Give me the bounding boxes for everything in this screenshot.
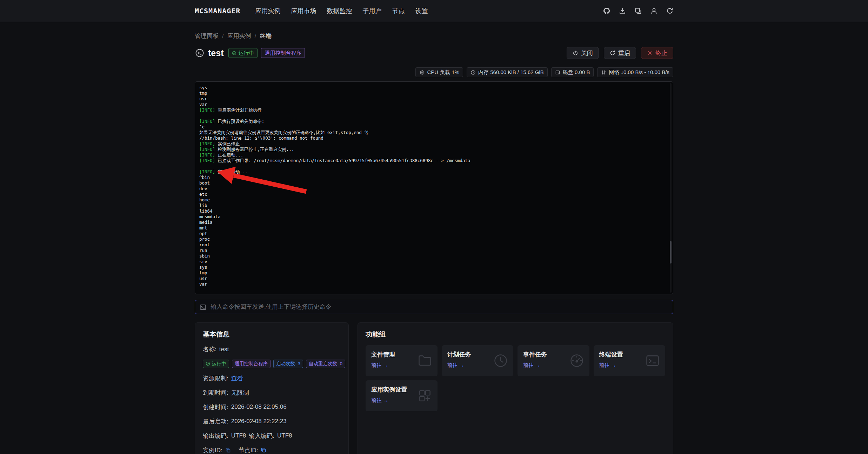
- terminal-line: 如果无法关闭实例请前往实例设置更改关闭实例的正确命令,比如 exit,stop,…: [199, 130, 669, 135]
- refresh-icon[interactable]: [666, 7, 673, 14]
- breadcrumb-item[interactable]: 管理面板: [195, 32, 219, 40]
- nav-item-settings[interactable]: 设置: [411, 4, 432, 18]
- terminal-line: var: [199, 281, 669, 287]
- tile-instance-settings[interactable]: 应用实例设置前往 →: [366, 380, 438, 411]
- terminal-line: etc: [199, 192, 669, 197]
- terminal-line: [199, 113, 669, 119]
- download-icon[interactable]: [619, 7, 626, 14]
- terminal-line: mnt: [199, 225, 669, 231]
- terminal-line: dev: [199, 186, 669, 192]
- terminal-line: tmp: [199, 91, 669, 96]
- view-limits-link[interactable]: 查看: [231, 374, 243, 382]
- nav-item-subusers[interactable]: 子用户: [358, 4, 386, 18]
- tile-go-link[interactable]: 前往 →: [371, 362, 388, 369]
- terminal-line: run: [199, 248, 669, 253]
- info-badge: 运行中: [203, 360, 229, 368]
- clock-icon: [493, 353, 508, 368]
- power-icon: [573, 50, 578, 56]
- terminal-line: lib: [199, 203, 669, 208]
- tile-go-link[interactable]: 前往 →: [599, 362, 616, 369]
- restart-button-label: 重启: [618, 49, 630, 57]
- functions-title: 功能组: [366, 330, 665, 339]
- gauge-icon: [569, 353, 585, 368]
- terminal-line: ^bin: [199, 175, 669, 180]
- command-input[interactable]: [210, 303, 668, 311]
- terminal-line: [INFO] 正在启动...: [199, 152, 669, 158]
- terminal-line: [INFO] 重启实例计划开始执行: [199, 107, 669, 113]
- stats-row: CPU 负载 1%内存 560.00 KiB / 15.62 GiB磁盘 0.0…: [195, 67, 673, 77]
- nav-icon-group: [603, 7, 673, 14]
- terminal-line: ^c: [199, 124, 669, 130]
- tile-go-link[interactable]: 前往 →: [523, 362, 540, 369]
- terminal-scrollbar-thumb[interactable]: [670, 241, 672, 263]
- close-button-label: 关闭: [581, 49, 593, 57]
- functions-card: 功能组 文件管理前往 →计划任务前往 →事件任务前往 →终端设置前往 →应用实例…: [358, 322, 673, 454]
- nav-menu: 应用实例应用市场数据监控子用户节点设置: [251, 4, 432, 18]
- terminal-line: proc: [199, 236, 669, 242]
- x-icon: [647, 50, 653, 56]
- breadcrumb-separator: /: [222, 33, 224, 40]
- tile-scheduled-tasks[interactable]: 计划任务前往 →: [442, 345, 514, 376]
- breadcrumb-separator: /: [255, 33, 256, 40]
- type-badge: 通用控制台程序: [261, 48, 305, 58]
- basic-info-card: 基本信息 名称: test 运行中通用控制台程序启动次数: 3自动重启次数: 0…: [195, 322, 349, 454]
- tile-event-tasks[interactable]: 事件任务前往 →: [518, 345, 589, 376]
- stat-label: CPU 负载 1%: [427, 69, 459, 76]
- nav-item-market[interactable]: 应用市场: [287, 4, 320, 18]
- breadcrumb-item[interactable]: 终端: [260, 32, 272, 40]
- nav-item-nodes[interactable]: 节点: [388, 4, 409, 18]
- github-icon[interactable]: [603, 7, 610, 14]
- copy-node-id-icon[interactable]: [261, 447, 266, 453]
- status-badge-label: 运行中: [238, 49, 254, 56]
- terminal-scrollbar[interactable]: [670, 83, 672, 293]
- memory-icon: [470, 70, 476, 75]
- kill-button[interactable]: 终止: [641, 47, 673, 59]
- terminal-line: sys: [199, 265, 669, 270]
- tile-terminal-settings[interactable]: 终端设置前往 →: [594, 345, 666, 376]
- instance-icon: [195, 48, 205, 58]
- last-start-value: 2026-02-08 22:22:23: [231, 418, 287, 425]
- terminal-output[interactable]: systmpusrvar[INFO] 重启实例计划开始执行 [INFO] 已执行…: [195, 81, 673, 294]
- app-logo[interactable]: MCSMANAGER: [195, 7, 240, 15]
- instance-header: test 运行中 通用控制台程序 关闭 重启 终止: [195, 46, 673, 60]
- node-id-label: 节点ID:: [239, 446, 258, 454]
- stat-label: 网络 ↓0.00 B/s - ↑0.00 B/s: [609, 69, 669, 76]
- terminal-line: boot: [199, 180, 669, 186]
- function-tiles: 文件管理前往 →计划任务前往 →事件任务前往 →终端设置前往 →应用实例设置前往…: [366, 345, 665, 411]
- name-value: test: [219, 346, 229, 353]
- terminal-line: root: [199, 242, 669, 248]
- terminal-line: mcsmdata: [199, 214, 669, 220]
- copy-instance-id-icon[interactable]: [225, 447, 231, 453]
- instance-actions: 关闭 重启 终止: [567, 47, 673, 59]
- in-encoding-value: UTF8: [277, 432, 292, 439]
- breadcrumb-item[interactable]: 应用实例: [227, 32, 251, 40]
- close-button[interactable]: 关闭: [567, 47, 599, 59]
- expire-value: 无限制: [231, 389, 249, 397]
- terminal-line: media: [199, 220, 669, 225]
- grid-icon: [417, 388, 433, 403]
- created-value: 2026-02-08 22:05:06: [231, 403, 287, 410]
- nav-item-instances[interactable]: 应用实例: [251, 4, 285, 18]
- folder-icon: [417, 353, 433, 368]
- terminal-line: sys: [199, 85, 669, 91]
- tile-go-link[interactable]: 前往 →: [371, 397, 388, 404]
- tile-file-manager[interactable]: 文件管理前往 →: [366, 345, 438, 376]
- terminal-line: [199, 163, 669, 169]
- user-icon[interactable]: [650, 7, 657, 14]
- windows-icon[interactable]: [635, 7, 642, 14]
- tile-go-link[interactable]: 前往 →: [447, 362, 465, 369]
- stat-chip: CPU 负载 1%: [415, 67, 463, 77]
- terminal-line: usr: [199, 276, 669, 281]
- restart-button[interactable]: 重启: [604, 47, 636, 59]
- info-badge: 自动重启次数: 0: [306, 360, 345, 368]
- status-badge: 运行中: [228, 48, 258, 58]
- in-encoding-label: 输入编码:: [249, 432, 274, 440]
- nav-item-monitor[interactable]: 数据监控: [322, 4, 356, 18]
- terminal-line: tmp: [199, 270, 669, 276]
- out-encoding-value: UTF8: [231, 432, 246, 439]
- out-encoding-label: 输出编码:: [203, 432, 228, 440]
- terminal-line: [INFO] 实例已启动...: [199, 169, 669, 175]
- terminal-line: home: [199, 197, 669, 203]
- info-badge: 通用控制台程序: [232, 360, 271, 368]
- kill-button-label: 终止: [655, 49, 667, 57]
